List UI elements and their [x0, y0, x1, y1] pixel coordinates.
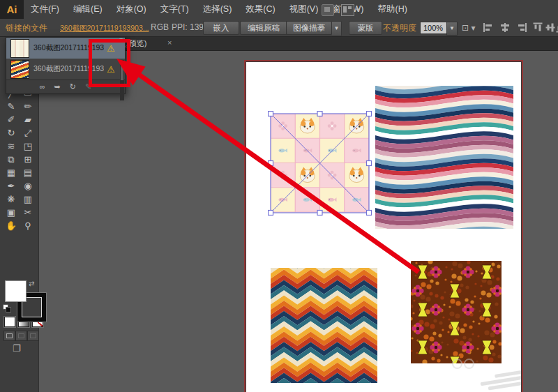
align-hcenter-icon[interactable]: [499, 23, 511, 32]
screen-mode-button[interactable]: ❐: [13, 343, 21, 354]
color-button[interactable]: [4, 317, 15, 327]
link-thumbnail-2: [10, 60, 29, 79]
swap-fill-stroke-icon[interactable]: ⇄: [29, 280, 34, 287]
control-bar: 链接的文件 360截图20171119193903... RGB PPI: 13…: [0, 19, 558, 37]
align-right-icon[interactable]: [516, 23, 527, 32]
column-graph-tool[interactable]: ▥: [20, 193, 36, 206]
chevron-pattern-image[interactable]: [271, 268, 377, 383]
menu-view[interactable]: 视图(V): [282, 0, 326, 19]
workspace-caret-icon: ▼: [355, 7, 361, 13]
opacity-caret[interactable]: ▼: [446, 22, 458, 36]
linked-filename[interactable]: 360截图20171119193903...: [60, 24, 149, 33]
eraser-tool[interactable]: ▰: [20, 113, 36, 126]
blend-tool[interactable]: ◉: [20, 179, 36, 193]
selection-bounding-box[interactable]: [268, 111, 372, 216]
embed-button[interactable]: 嵌入: [203, 21, 239, 35]
artboard-tool[interactable]: ▣: [3, 206, 20, 219]
blob-brush-tool[interactable]: ✐: [3, 113, 20, 126]
linked-file-label: 链接的文件: [6, 22, 47, 34]
link-thumbnail-1: [10, 39, 29, 58]
app-logo: Ai: [0, 0, 24, 19]
ppi-label: PPI: 139: [172, 22, 204, 32]
default-fill-stroke-icon[interactable]: [3, 304, 10, 312]
edit-original-button[interactable]: 编辑原稿: [240, 21, 287, 35]
opacity-label[interactable]: 不透明度: [383, 22, 416, 34]
artboard: [246, 61, 522, 392]
drawing-modes-row: [3, 331, 39, 341]
align-top-icon[interactable]: [534, 22, 543, 33]
rotate-tool[interactable]: ↻: [3, 126, 20, 140]
align-vcenter-icon[interactable]: [546, 22, 555, 33]
align-left-icon[interactable]: [483, 23, 494, 32]
slice-tool[interactable]: ✂: [20, 206, 36, 219]
watermark: [452, 359, 476, 372]
workspace-switcher-icon[interactable]: [341, 4, 354, 16]
menu-type[interactable]: 文字(T): [153, 0, 196, 19]
zoom-tool[interactable]: ⚲: [20, 219, 36, 232]
illustrator-window: Ai 文件(F) 编辑(E) 对象(O) 文字(T) 选择(S) 效果(C) 视…: [0, 0, 558, 392]
scale-tool[interactable]: ⤢: [20, 126, 36, 140]
mask-button[interactable]: 蒙版: [349, 21, 382, 35]
paintbrush-tool[interactable]: ✎: [3, 100, 20, 113]
draw-inside-button[interactable]: [27, 331, 39, 341]
mesh-tool[interactable]: ▦: [3, 166, 20, 179]
color-mode-label: RGB: [151, 22, 169, 32]
ornate-pattern-image[interactable]: [411, 261, 502, 363]
menu-select[interactable]: 选择(S): [196, 0, 239, 19]
menu-edit[interactable]: 编辑(E): [66, 0, 110, 19]
image-trace-button[interactable]: 图像描摹: [286, 21, 332, 35]
tools-grid: ╱▭✎✏✐▰↻⤢≋◳⧉⊞▦▤✒◉❋▥▣✂✋⚲: [2, 86, 37, 232]
opacity-input[interactable]: 100%: [420, 22, 449, 34]
hand-tool[interactable]: ✋: [3, 219, 20, 232]
symbol-sprayer-tool[interactable]: ❋: [3, 193, 20, 206]
menu-file[interactable]: 文件(F): [24, 0, 66, 19]
gradient-tool[interactable]: ▤: [20, 166, 36, 179]
draw-behind-button[interactable]: [15, 331, 27, 341]
menu-object[interactable]: 对象(O): [110, 0, 153, 19]
watermark-stamp: [479, 366, 522, 392]
shape-builder-tool[interactable]: ⧉: [3, 153, 20, 166]
tab-close-icon[interactable]: ×: [167, 38, 172, 47]
image-trace-caret[interactable]: ▼: [332, 21, 342, 36]
transform-panel-icon[interactable]: ⊡ ▾: [462, 23, 475, 33]
bridge-icon[interactable]: [322, 4, 334, 16]
pencil-tool[interactable]: ✏: [20, 100, 36, 113]
annotation-highlight-rect: [89, 39, 130, 87]
update-link-icon[interactable]: ↻: [70, 81, 76, 93]
menu-effect[interactable]: 效果(C): [239, 0, 282, 19]
draw-normal-button[interactable]: [3, 331, 15, 341]
perspective-grid-tool[interactable]: ⊞: [20, 153, 36, 166]
relink-icon[interactable]: ∞: [40, 81, 45, 93]
wave-stripes-image[interactable]: [375, 86, 513, 229]
width-tool[interactable]: ≋: [3, 140, 20, 153]
eyedropper-tool[interactable]: ✒: [3, 179, 20, 193]
menu-bar: Ai 文件(F) 编辑(E) 对象(O) 文字(T) 选择(S) 效果(C) 视…: [0, 0, 558, 20]
fill-swatch[interactable]: [5, 280, 27, 302]
free-transform-tool[interactable]: ◳: [20, 140, 36, 153]
menu-help[interactable]: 帮助(H): [371, 0, 414, 19]
go-to-link-icon[interactable]: ➥: [54, 81, 61, 93]
